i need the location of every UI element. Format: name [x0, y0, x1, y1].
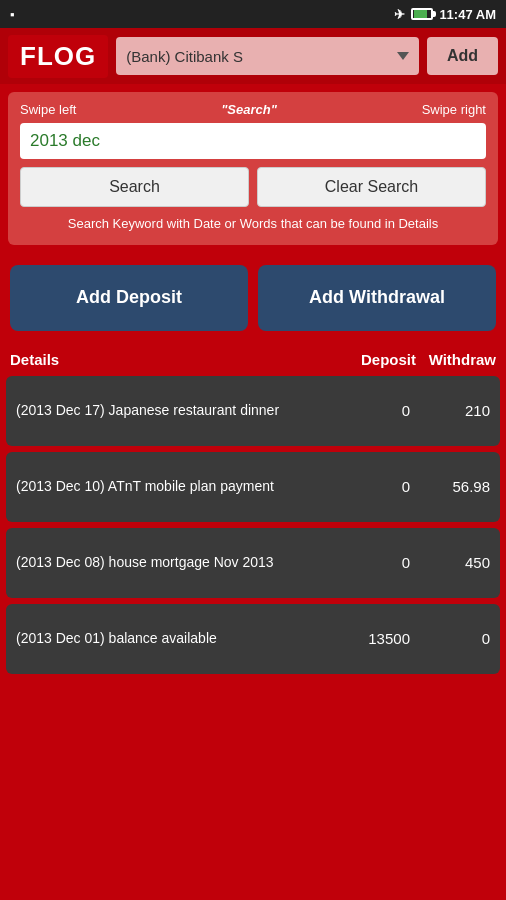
- search-button[interactable]: Search: [20, 167, 249, 207]
- row-deposit: 0: [330, 554, 410, 571]
- bank-dropdown[interactable]: (Bank) Citibank S: [116, 37, 419, 75]
- add-deposit-button[interactable]: Add Deposit: [10, 265, 248, 331]
- row-details: (2013 Dec 17) Japanese restaurant dinner: [16, 401, 330, 421]
- status-left: ▪: [10, 7, 15, 22]
- table-rows: (2013 Dec 17) Japanese restaurant dinner…: [0, 376, 506, 674]
- row-details: (2013 Dec 10) ATnT mobile plan payment: [16, 477, 330, 497]
- row-withdraw: 0: [410, 630, 490, 647]
- row-deposit: 13500: [330, 630, 410, 647]
- header: FLOG (Bank) Citibank S Add: [0, 28, 506, 84]
- search-center-hint: "Search": [221, 102, 277, 117]
- search-section: Swipe left "Search" Swipe right Search C…: [8, 92, 498, 245]
- column-header-deposit: Deposit: [336, 351, 416, 368]
- search-hint-text: Search Keyword with Date or Words that c…: [20, 215, 486, 233]
- clear-search-button[interactable]: Clear Search: [257, 167, 486, 207]
- table-header: Details Deposit Withdraw: [0, 343, 506, 376]
- search-input[interactable]: [30, 131, 476, 151]
- swipe-right-hint: Swipe right: [422, 102, 486, 117]
- action-buttons: Add Deposit Add Withdrawal: [0, 253, 506, 343]
- status-bar: ▪ ✈ 11:47 AM: [0, 0, 506, 28]
- table-row[interactable]: (2013 Dec 08) house mortgage Nov 2013 0 …: [6, 528, 500, 598]
- row-withdraw: 210: [410, 402, 490, 419]
- search-hints: Swipe left "Search" Swipe right: [20, 102, 486, 117]
- chevron-down-icon: [397, 52, 409, 60]
- row-withdraw: 450: [410, 554, 490, 571]
- row-details: (2013 Dec 01) balance available: [16, 629, 330, 649]
- search-buttons: Search Clear Search: [20, 167, 486, 207]
- row-deposit: 0: [330, 478, 410, 495]
- row-details: (2013 Dec 08) house mortgage Nov 2013: [16, 553, 330, 573]
- table-row[interactable]: (2013 Dec 17) Japanese restaurant dinner…: [6, 376, 500, 446]
- add-button[interactable]: Add: [427, 37, 498, 75]
- column-header-details: Details: [10, 351, 336, 368]
- time-display: 11:47 AM: [439, 7, 496, 22]
- table-row[interactable]: (2013 Dec 01) balance available 13500 0: [6, 604, 500, 674]
- app-logo: FLOG: [8, 35, 108, 78]
- column-header-withdraw: Withdraw: [416, 351, 496, 368]
- row-withdraw: 56.98: [410, 478, 490, 495]
- search-input-wrapper: [20, 123, 486, 159]
- swipe-left-hint: Swipe left: [20, 102, 76, 117]
- row-deposit: 0: [330, 402, 410, 419]
- table-row[interactable]: (2013 Dec 10) ATnT mobile plan payment 0…: [6, 452, 500, 522]
- add-withdrawal-button[interactable]: Add Withdrawal: [258, 265, 496, 331]
- bank-name-label: (Bank) Citibank S: [126, 48, 243, 65]
- battery-box-icon: ▪: [10, 7, 15, 22]
- airplane-icon: ✈: [394, 7, 405, 22]
- status-right: ✈ 11:47 AM: [394, 7, 496, 22]
- battery-icon: [411, 8, 433, 20]
